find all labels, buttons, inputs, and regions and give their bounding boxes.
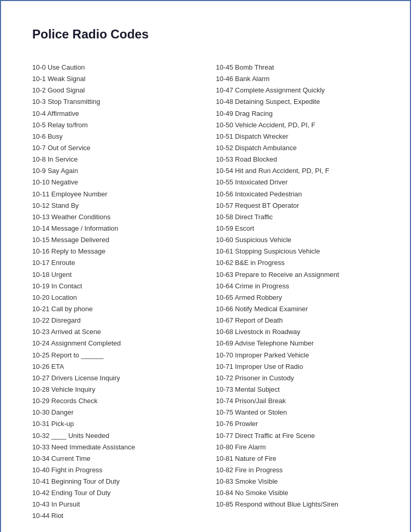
code-item: 10-69 Advise Telephone Number: [216, 338, 379, 349]
code-item: 10-11 Employee Number: [32, 189, 195, 200]
code-item: 10-63 Prepare to Receive an Assignment: [216, 270, 379, 280]
codes-container: 10-0 Use Caution10-1 Weak Signal10-2 Goo…: [32, 62, 379, 522]
code-item: 10-16 Reply to Message: [32, 246, 195, 257]
code-item: 10-76 Prowler: [216, 419, 379, 429]
left-column: 10-0 Use Caution10-1 Weak Signal10-2 Goo…: [32, 62, 195, 522]
code-item: 10-80 Fire Alarm: [216, 442, 379, 453]
code-item: 10-19 In Contact: [32, 281, 195, 291]
code-item: 10-73 Mental Subject: [216, 384, 379, 395]
code-item: 10-18 Urgent: [32, 270, 195, 280]
code-item: 10-75 Wanted or Stolen: [216, 407, 379, 418]
code-item: 10-66 Notify Medical Examiner: [216, 304, 379, 314]
code-item: 10-30 Danger: [32, 407, 195, 418]
code-item: 10-21 Call by phone: [32, 304, 195, 314]
code-item: 10-9 Say Again: [32, 166, 195, 176]
code-item: 10-71 Improper Use of Radio: [216, 362, 379, 372]
code-item: 10-7 Out of Service: [32, 143, 195, 153]
code-item: 10-84 No Smoke Visible: [216, 488, 379, 498]
code-item: 10-58 Direct Traffic: [216, 212, 379, 222]
code-item: 10-74 Prison/Jail Break: [216, 396, 379, 406]
code-item: 10-60 Suspicious Vehicle: [216, 235, 379, 245]
code-item: 10-20 Location: [32, 292, 195, 303]
code-item: 10-49 Drag Racing: [216, 109, 379, 119]
code-item: 10-43 In Pursuit: [32, 499, 195, 510]
code-item: 10-42 Ending Tour of Duty: [32, 488, 195, 498]
code-item: 10-64 Crime in Progress: [216, 281, 379, 291]
right-column: 10-45 Bomb Threat10-46 Bank Alarm10-47 C…: [216, 62, 379, 510]
code-item: 10-70 Improper Parked Vehicle: [216, 350, 379, 361]
code-item: 10-82 Fire in Progress: [216, 465, 379, 475]
code-item: 10-41 Beginning Tour of Duty: [32, 476, 195, 487]
code-item: 10-77 Direct Traffic at Fire Scene: [216, 431, 379, 441]
code-item: 10-3 Stop Transmitting: [32, 97, 195, 107]
code-item: 10-32 ____ Units Needed: [32, 431, 195, 441]
code-item: 10-45 Bomb Threat: [216, 62, 379, 73]
code-item: 10-6 Busy: [32, 131, 195, 142]
code-item: 10-10 Negative: [32, 177, 195, 188]
code-item: 10-33 Need Immediate Assistance: [32, 442, 195, 453]
code-item: 10-85 Respond without Blue Lights/Siren: [216, 499, 379, 510]
code-item: 10-40 Fight in Progress: [32, 465, 195, 475]
code-item: 10-12 Stand By: [32, 201, 195, 211]
code-item: 10-8 In Service: [32, 154, 195, 165]
code-item: 10-27 Drivers License Inquiry: [32, 373, 195, 383]
code-item: 10-14 Message / Information: [32, 223, 195, 234]
code-item: 10-15 Message Delivered: [32, 235, 195, 245]
page-container: Police Radio Codes 10-0 Use Caution10-1 …: [0, 0, 411, 532]
code-item: 10-48 Detaining Suspect, Expedite: [216, 97, 379, 107]
code-item: 10-4 Affirmative: [32, 109, 195, 119]
code-item: 10-5 Relay to/from: [32, 120, 195, 130]
code-item: 10-83 Smoke Visible: [216, 476, 379, 487]
code-item: 10-57 Request BT Operator: [216, 201, 379, 211]
code-item: 10-23 Arrived at Scene: [32, 327, 195, 337]
code-item: 10-68 Livestock in Roadway: [216, 327, 379, 337]
code-item: 10-17 Enroute: [32, 258, 195, 268]
code-item: 10-53 Road Blocked: [216, 154, 379, 165]
code-item: 10-56 Intoxicated Pedestrian: [216, 189, 379, 200]
code-item: 10-67 Report of Death: [216, 315, 379, 326]
code-item: 10-54 Hit and Run Accident, PD, PI, F: [216, 166, 379, 176]
code-item: 10-28 Vehicle Inquiry: [32, 384, 195, 395]
code-item: 10-59 Escort: [216, 223, 379, 234]
code-item: 10-2 Good Signal: [32, 85, 195, 96]
code-item: 10-31 Pick-up: [32, 419, 195, 429]
code-item: 10-55 Intoxicated Driver: [216, 177, 379, 188]
code-item: 10-34 Current Time: [32, 454, 195, 464]
code-item: 10-81 Nature of Fire: [216, 454, 379, 464]
code-item: 10-44 Riot: [32, 511, 195, 521]
code-item: 10-13 Weather Conditions: [32, 212, 195, 222]
code-item: 10-50 Vehicle Accident, PD, PI, F: [216, 120, 379, 130]
code-item: 10-52 Dispatch Ambulance: [216, 143, 379, 153]
code-item: 10-72 Prisoner in Custody: [216, 373, 379, 383]
code-item: 10-65 Armed Robbery: [216, 292, 379, 303]
code-item: 10-25 Report to ______: [32, 350, 195, 361]
page-title: Police Radio Codes: [32, 27, 379, 42]
code-item: 10-0 Use Caution: [32, 62, 195, 73]
code-item: 10-24 Assignment Completed: [32, 338, 195, 349]
code-item: 10-29 Records Check: [32, 396, 195, 406]
code-item: 10-47 Complete Assignment Quickly: [216, 85, 379, 96]
code-item: 10-22 Disregard: [32, 315, 195, 326]
code-item: 10-62 B&E in Progress: [216, 258, 379, 268]
code-item: 10-51 Dispatch Wrecker: [216, 131, 379, 142]
code-item: 10-61 Stopping Suspicious Vehicle: [216, 246, 379, 257]
code-item: 10-26 ETA: [32, 362, 195, 372]
code-item: 10-1 Weak Signal: [32, 74, 195, 84]
code-item: 10-46 Bank Alarm: [216, 74, 379, 84]
